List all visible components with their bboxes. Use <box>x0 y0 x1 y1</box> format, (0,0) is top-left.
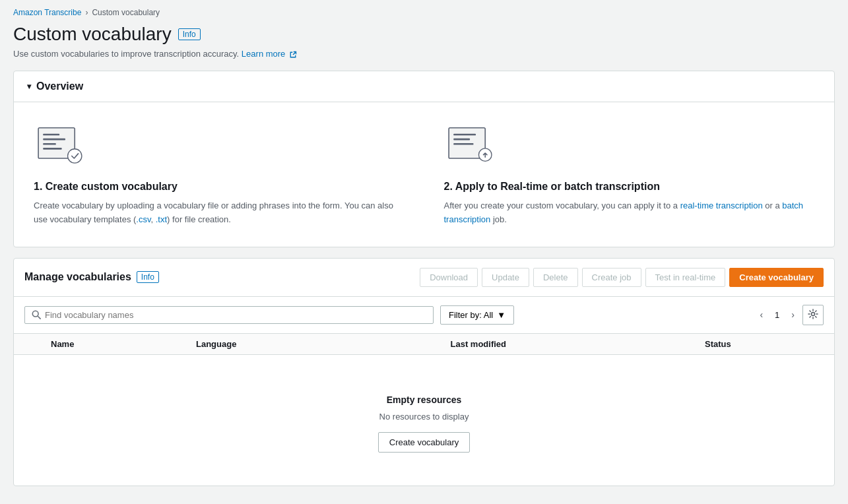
search-input[interactable] <box>45 310 426 320</box>
create-job-button[interactable]: Create job <box>582 268 641 287</box>
col-language: Language <box>196 339 451 349</box>
col-status: Status <box>705 339 824 349</box>
overview-body: 1. Create custom vocabulary Create vocab… <box>14 102 834 247</box>
empty-subtitle: No resources to display <box>379 412 469 422</box>
page-next-button[interactable]: › <box>786 306 800 323</box>
download-button[interactable]: Download <box>420 268 478 287</box>
breadcrumb-current: Custom vocabulary <box>92 8 160 17</box>
page-info-link[interactable]: Info <box>178 28 201 40</box>
svg-point-13 <box>812 312 815 315</box>
col-name: Name <box>51 339 196 349</box>
delete-button[interactable]: Delete <box>533 268 578 287</box>
external-link-icon <box>289 51 297 59</box>
empty-create-vocabulary-button[interactable]: Create vocabulary <box>378 432 471 453</box>
manage-title-group: Manage vocabularies Info <box>24 271 159 283</box>
update-button[interactable]: Update <box>482 268 529 287</box>
manage-card: Manage vocabularies Info Download Update… <box>13 258 835 486</box>
step1-desc: Create vocabulary by uploading a vocabul… <box>34 199 405 227</box>
svg-rect-2 <box>43 139 65 141</box>
txt-link[interactable]: .txt <box>156 214 167 224</box>
table-header: Name Language Last modified Status <box>14 334 834 355</box>
filter-dropdown[interactable]: Filter by: All ▼ <box>440 305 514 325</box>
table-empty-state: Empty resources No resources to display … <box>14 355 834 486</box>
step2-icon <box>444 122 497 168</box>
search-filter-row: Filter by: All ▼ ‹ 1 › <box>14 297 834 334</box>
create-vocabulary-button[interactable]: Create vocabulary <box>729 268 824 287</box>
overview-toggle-icon: ▾ <box>27 82 31 91</box>
page-prev-button[interactable]: ‹ <box>754 306 768 323</box>
table-settings-button[interactable] <box>802 305 824 325</box>
overview-step-2: 2. Apply to Real-time or batch transcrip… <box>444 122 815 227</box>
col-last-modified: Last modified <box>451 339 705 349</box>
pagination: ‹ 1 › <box>754 305 824 325</box>
search-icon <box>32 310 41 319</box>
search-box[interactable] <box>24 306 434 324</box>
step1-icon <box>34 122 86 168</box>
manage-actions: Download Update Delete Create job Test i… <box>420 268 824 287</box>
svg-rect-4 <box>43 148 61 150</box>
page-header: Custom vocabulary Info <box>13 24 835 45</box>
breadcrumb-parent-link[interactable]: Amazon Transcribe <box>13 8 81 17</box>
test-realtime-button[interactable]: Test in real-time <box>645 268 726 287</box>
overview-card: ▾ Overview 1. Create custom vocabulary <box>13 71 835 247</box>
svg-rect-9 <box>453 143 473 145</box>
svg-rect-3 <box>43 143 56 145</box>
breadcrumb-separator: › <box>85 8 88 17</box>
overview-step-1: 1. Create custom vocabulary Create vocab… <box>34 122 405 227</box>
filter-dropdown-icon: ▼ <box>497 310 506 320</box>
manage-info-link[interactable]: Info <box>137 271 159 283</box>
step2-desc: After you create your custom vocabulary,… <box>444 199 815 227</box>
overview-title: Overview <box>36 80 83 92</box>
learn-more-link[interactable]: Learn more <box>242 49 297 59</box>
svg-line-12 <box>38 316 40 319</box>
manage-title: Manage vocabularies <box>24 271 131 283</box>
breadcrumb: Amazon Transcribe › Custom vocabulary <box>13 8 835 17</box>
realtime-transcription-link[interactable]: real-time transcription <box>680 201 763 210</box>
gear-icon <box>808 309 818 319</box>
empty-title: Empty resources <box>387 394 462 405</box>
overview-header[interactable]: ▾ Overview <box>14 71 834 102</box>
svg-point-5 <box>68 149 82 163</box>
page-subtitle: Use custom vocabularies to improve trans… <box>13 49 835 59</box>
svg-rect-1 <box>43 134 59 136</box>
step1-title: 1. Create custom vocabulary <box>34 181 405 193</box>
svg-rect-8 <box>453 139 470 141</box>
csv-link[interactable]: .csv <box>136 214 150 224</box>
filter-label: Filter by: All <box>449 310 493 320</box>
step2-title: 2. Apply to Real-time or batch transcrip… <box>444 181 815 193</box>
page-title: Custom vocabulary <box>13 24 172 45</box>
manage-header: Manage vocabularies Info Download Update… <box>14 259 834 297</box>
svg-rect-7 <box>453 134 476 136</box>
col-checkbox <box>24 339 51 349</box>
page-number: 1 <box>771 310 783 320</box>
